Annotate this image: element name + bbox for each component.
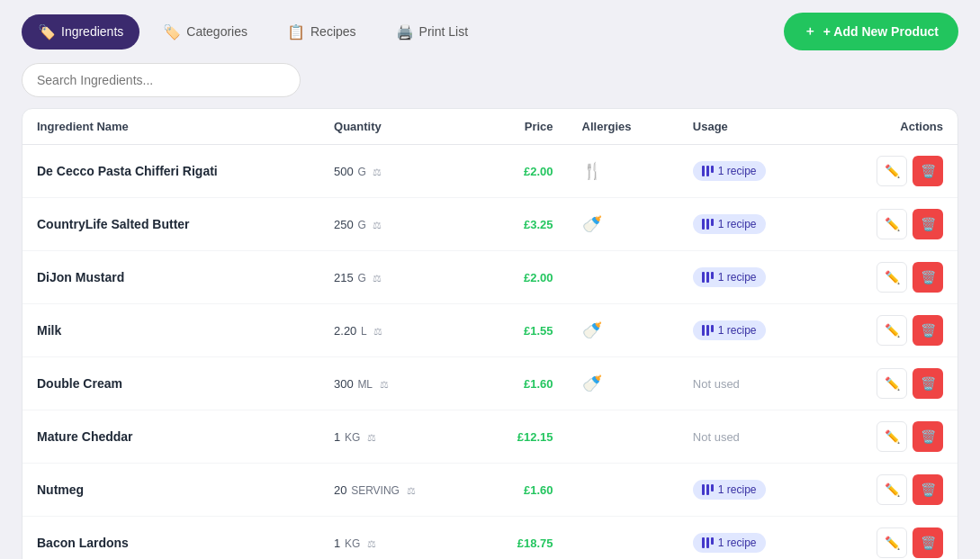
usage-badge: 1 recipe — [693, 320, 766, 340]
quantity-value: 1 — [334, 536, 340, 550]
quantity-unit: L — [361, 325, 367, 338]
delete-button[interactable]: 🗑️ — [913, 156, 943, 186]
price-value: £12.15 — [476, 410, 568, 464]
ingredient-name: De Cecco Pasta Chifferi Rigati — [37, 164, 218, 178]
actions-cell: ✏️ 🗑️ — [823, 304, 958, 357]
quantity-value: 2.20 — [334, 324, 356, 338]
price-value: £3.25 — [476, 198, 568, 251]
allergy-cell — [568, 464, 679, 517]
actions-cell: ✏️ 🗑️ — [823, 464, 958, 517]
price-value: £2.00 — [476, 251, 568, 304]
delete-button[interactable]: 🗑️ — [913, 368, 943, 399]
delete-button[interactable]: 🗑️ — [913, 421, 943, 452]
actions-group: ✏️ 🗑️ — [837, 368, 943, 399]
tab-ingredients[interactable]: 🏷️ Ingredients — [22, 14, 139, 50]
not-used-label: Not used — [693, 377, 740, 391]
ingredient-name: Double Cream — [37, 376, 122, 391]
allergy-icon: 🍼 — [582, 215, 602, 233]
quantity-value: 1 — [334, 430, 340, 444]
weight-icon: ⚖ — [373, 273, 382, 284]
allergy-cell — [568, 517, 679, 560]
tab-recipes[interactable]: 📋 Recipes — [271, 14, 373, 50]
quantity-value: 215 — [334, 271, 354, 284]
tab-print-list[interactable]: 🖨️ Print List — [380, 14, 484, 50]
usage-cell: 1 recipe — [679, 304, 823, 357]
usage-bars-icon — [702, 272, 714, 283]
price-value: £1.60 — [476, 357, 568, 410]
edit-button[interactable]: ✏️ — [877, 262, 907, 293]
edit-button[interactable]: ✏️ — [877, 421, 907, 452]
ingredients-icon: 🏷️ — [38, 23, 56, 41]
quantity-unit: KG — [345, 537, 360, 550]
plus-icon: ＋ — [804, 23, 816, 40]
actions-group: ✏️ 🗑️ — [837, 262, 943, 293]
search-input[interactable] — [22, 63, 301, 97]
col-header-quantity: Quantity — [319, 109, 476, 145]
tab-categories[interactable]: 🏷️ Categories — [147, 14, 264, 50]
ingredient-name: Milk — [37, 323, 61, 338]
col-header-price: Price — [476, 109, 568, 145]
price-value: £2.00 — [476, 145, 568, 198]
edit-button[interactable]: ✏️ — [877, 368, 907, 399]
ingredient-name: DiJon Mustard — [37, 270, 124, 284]
delete-button[interactable]: 🗑️ — [913, 209, 943, 239]
price-value: £1.55 — [476, 304, 568, 357]
delete-button[interactable]: 🗑️ — [913, 315, 943, 346]
edit-button[interactable]: ✏️ — [877, 156, 907, 186]
usage-cell: 1 recipe — [679, 464, 823, 517]
edit-button[interactable]: ✏️ — [877, 527, 907, 558]
actions-cell: ✏️ 🗑️ — [823, 357, 958, 410]
delete-button[interactable]: 🗑️ — [913, 474, 943, 505]
top-navigation: 🏷️ Ingredients 🏷️ Categories 📋 Recipes 🖨… — [0, 0, 980, 63]
weight-icon: ⚖ — [373, 220, 382, 230]
usage-cell: 1 recipe — [679, 251, 823, 304]
ingredients-table-container: Ingredient Name Quantity Price Allergies… — [22, 108, 958, 559]
usage-cell: 1 recipe — [679, 145, 823, 198]
usage-cell: 1 recipe — [679, 198, 823, 251]
price-value: £18.75 — [476, 517, 568, 560]
usage-bars-icon — [702, 537, 714, 548]
add-new-product-button[interactable]: ＋ + Add New Product — [784, 13, 958, 50]
table-row: CountryLife Salted Butter 250 G ⚖ £3.25🍼… — [22, 198, 958, 251]
usage-badge: 1 recipe — [693, 161, 766, 181]
quantity-unit: KG — [345, 431, 360, 444]
edit-button[interactable]: ✏️ — [877, 209, 907, 239]
table-row: Bacon Lardons 1 KG ⚖ £18.75 1 recipe ✏️ … — [22, 517, 958, 560]
quantity-value: 300 — [334, 377, 354, 391]
actions-cell: ✏️ 🗑️ — [823, 517, 958, 560]
usage-bars-icon — [702, 166, 714, 176]
quantity-unit: SERVING — [351, 484, 400, 497]
usage-count: 1 recipe — [718, 536, 757, 549]
table-row: Milk 2.20 L ⚖ £1.55🍼 1 recipe ✏️ 🗑️ — [22, 304, 958, 357]
usage-badge: 1 recipe — [693, 480, 766, 500]
table-row: Double Cream 300 ML ⚖ £1.60🍼Not used ✏️ … — [22, 357, 958, 410]
usage-count: 1 recipe — [718, 165, 757, 177]
usage-badge: 1 recipe — [693, 533, 766, 553]
edit-button[interactable]: ✏️ — [877, 315, 907, 346]
weight-icon: ⚖ — [373, 326, 382, 337]
actions-group: ✏️ 🗑️ — [837, 156, 943, 186]
print-icon: 🖨️ — [396, 23, 414, 41]
actions-cell: ✏️ 🗑️ — [823, 145, 958, 198]
actions-group: ✏️ 🗑️ — [837, 315, 943, 346]
actions-cell: ✏️ 🗑️ — [823, 410, 958, 464]
price-value: £1.60 — [476, 464, 568, 517]
quantity-unit: G — [357, 272, 365, 284]
quantity-unit: ML — [357, 378, 373, 391]
categories-icon: 🏷️ — [163, 23, 181, 41]
allergy-cell — [568, 251, 679, 304]
weight-icon: ⚖ — [367, 538, 376, 549]
usage-count: 1 recipe — [718, 218, 757, 230]
usage-badge: 1 recipe — [693, 267, 766, 287]
ingredients-table: Ingredient Name Quantity Price Allergies… — [22, 109, 958, 559]
allergy-icon: 🍼 — [582, 321, 602, 339]
ingredient-name: CountryLife Salted Butter — [37, 217, 190, 231]
delete-button[interactable]: 🗑️ — [913, 262, 943, 293]
actions-group: ✏️ 🗑️ — [837, 527, 943, 558]
edit-button[interactable]: ✏️ — [877, 474, 907, 505]
delete-button[interactable]: 🗑️ — [913, 527, 943, 558]
allergy-cell: 🍴 — [568, 145, 679, 198]
weight-icon: ⚖ — [380, 379, 389, 390]
usage-bars-icon — [702, 484, 714, 495]
usage-bars-icon — [702, 219, 714, 230]
